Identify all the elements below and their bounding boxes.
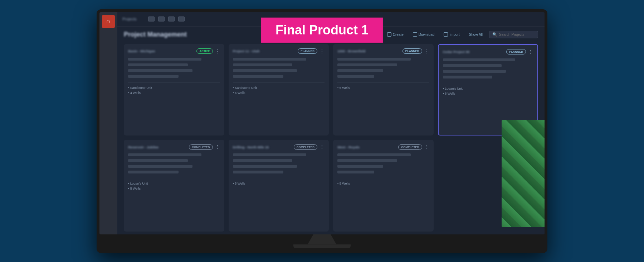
project-card-7[interactable]: West - Royals COMPLETED ⋮ • 5 Wells [333, 140, 434, 232]
show-all-button[interactable]: Show All [466, 32, 486, 38]
card-divider [233, 82, 325, 82]
tab-label[interactable]: Projects [122, 17, 137, 21]
search-input[interactable] [499, 33, 535, 37]
card-field [128, 153, 201, 156]
card-status-badge: COMPLETED [294, 144, 317, 150]
main-content: Projects Project Management Create [117, 12, 545, 234]
card-field [443, 70, 506, 73]
card-header: Basin - Michigan ACTIVE ⋮ [128, 48, 220, 54]
card-field [128, 58, 201, 61]
card-status-badge: PLANNED [298, 48, 317, 54]
sidebar: ⌂ [99, 12, 117, 234]
project-card-5[interactable]: Reservoir - Jubilee COMPLETED ⋮ • Logan'… [124, 140, 224, 232]
card-menu-button[interactable]: ⋮ [319, 144, 325, 150]
chart-icon[interactable] [168, 16, 175, 22]
card-menu-button[interactable]: ⋮ [424, 144, 429, 150]
project-card-1[interactable]: Basin - Michigan ACTIVE ⋮ • Sandstone Un… [124, 44, 224, 136]
folder-icon[interactable] [178, 16, 185, 22]
card-footer-item: • 6 Wells [337, 86, 429, 90]
create-icon [387, 32, 391, 37]
monitor: Final Product 1 ⌂ Projects [97, 9, 547, 253]
card-title: Drilling - North Mile 15 [233, 145, 269, 149]
home-button[interactable]: ⌂ [102, 15, 115, 28]
card-title: 1000 - Brownfield [337, 49, 366, 53]
card-menu-button[interactable]: ⋮ [319, 48, 325, 54]
search-icon: 🔍 [492, 32, 497, 37]
card-footer-item: • 5 Wells [233, 182, 325, 185]
second-monitor [502, 120, 545, 227]
card-field [233, 171, 283, 173]
card-footer-item: • Logan's Unit [443, 87, 533, 90]
card-divider [337, 82, 429, 82]
green-fields-image [502, 120, 545, 227]
card-status-badge: PLANNED [402, 48, 422, 54]
card-title: Reservoir - Jubilee [128, 145, 158, 149]
card-field [443, 58, 515, 61]
card-header: Drilling - North Mile 15 COMPLETED ⋮ [233, 144, 325, 150]
card-field [233, 159, 293, 162]
card-field [337, 58, 411, 61]
header-actions: Create Download Import Show All [384, 31, 538, 38]
card-footer-item: • 5 Wells [128, 187, 220, 190]
download-icon [413, 32, 417, 37]
card-field [337, 69, 383, 72]
card-divider [128, 82, 220, 82]
card-field [337, 75, 374, 78]
card-field [128, 171, 179, 173]
card-field [233, 153, 306, 156]
card-title: West - Royals [337, 145, 360, 149]
camera-icon[interactable] [158, 16, 165, 22]
card-divider [233, 178, 325, 178]
card-footer-item: • Logan's Unit [128, 182, 220, 185]
card-menu-button[interactable]: ⋮ [528, 49, 533, 55]
card-divider [128, 178, 220, 178]
project-card-3[interactable]: 1000 - Brownfield PLANNED ⋮ • 6 Wells [333, 44, 434, 136]
card-status-badge: COMPLETED [189, 144, 213, 150]
search-box[interactable]: 🔍 [489, 31, 538, 38]
card-status-badge: COMPLETED [398, 144, 422, 150]
page-title: Project Management [124, 31, 187, 38]
card-header: Project 11 - Utah PLANNED ⋮ [233, 48, 325, 54]
card-footer-item: • 4 Wells [128, 91, 220, 95]
card-header: Cedar Project 90 PLANNED ⋮ [443, 49, 533, 55]
final-product-label: Final Product 1 [261, 18, 383, 43]
card-header: West - Royals COMPLETED ⋮ [337, 144, 429, 150]
card-divider [337, 178, 429, 178]
project-card-2[interactable]: Project 11 - Utah PLANNED ⋮ • Sandstone … [229, 44, 329, 136]
grid-view-icon[interactable] [148, 16, 155, 22]
card-footer-item: • 5 Wells [337, 182, 429, 185]
card-status-badge: ACTIVE [196, 48, 213, 54]
card-menu-button[interactable]: ⋮ [424, 48, 429, 54]
monitor-base [293, 244, 351, 248]
card-menu-button[interactable]: ⋮ [215, 144, 220, 150]
screen: Final Product 1 ⌂ Projects [99, 12, 545, 234]
card-field [337, 63, 397, 66]
create-button[interactable]: Create [384, 31, 406, 38]
card-footer-item: • 6 Wells [443, 92, 533, 95]
card-title: Cedar Project 90 [443, 50, 470, 54]
card-field [128, 75, 179, 78]
card-header: Reservoir - Jubilee COMPLETED ⋮ [128, 144, 220, 150]
card-field [337, 159, 397, 162]
card-field [337, 165, 383, 168]
monitor-stand [308, 234, 336, 244]
card-menu-button[interactable]: ⋮ [215, 48, 220, 54]
card-field [233, 69, 297, 72]
card-footer-item: • 6 Wells [233, 91, 325, 95]
card-field [443, 64, 502, 67]
top-bar-icons [148, 16, 185, 22]
card-header: 1000 - Brownfield PLANNED ⋮ [337, 48, 429, 54]
download-button[interactable]: Download [410, 31, 437, 38]
card-field [128, 165, 192, 168]
card-field [337, 153, 411, 156]
card-footer-item: • Sandstone Unit [128, 86, 220, 90]
card-field [337, 171, 374, 173]
cards-grid: Basin - Michigan ACTIVE ⋮ • Sandstone Un… [117, 41, 545, 234]
card-title: Basin - Michigan [128, 49, 155, 53]
card-field [128, 69, 192, 72]
project-card-6[interactable]: Drilling - North Mile 15 COMPLETED ⋮ • 5… [229, 140, 329, 232]
card-footer-item: • Sandstone Unit [233, 86, 325, 90]
card-field [233, 165, 297, 168]
import-button[interactable]: Import [441, 31, 462, 38]
card-title: Project 11 - Utah [233, 49, 260, 53]
